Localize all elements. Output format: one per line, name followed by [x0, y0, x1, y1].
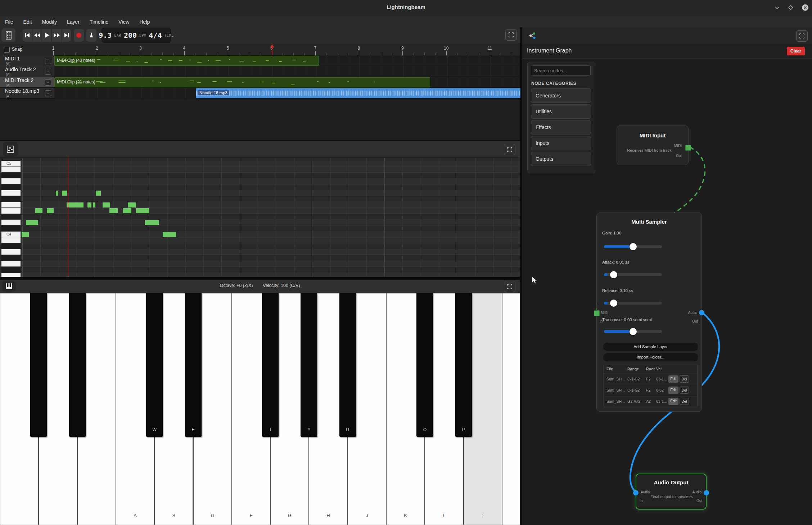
- key-cell[interactable]: [1, 243, 21, 249]
- timeline-ruler[interactable]: Snap 1234567891011: [0, 44, 520, 56]
- key-cell[interactable]: C5: [1, 161, 21, 166]
- midi-note[interactable]: [67, 202, 84, 207]
- track-lane[interactable]: MIDI Clip (21 notes): [54, 77, 520, 88]
- midi-note[interactable]: [163, 232, 176, 237]
- track-minus-button[interactable]: -: [45, 79, 51, 86]
- black-key-U[interactable]: U: [339, 293, 356, 437]
- black-key-Y[interactable]: Y: [301, 293, 317, 437]
- black-key[interactable]: [69, 293, 86, 437]
- key-cell[interactable]: [1, 178, 21, 184]
- piano-roll-expand-button[interactable]: [504, 144, 515, 155]
- track-header-audio-track-2[interactable]: Audio Track 2[A]-: [0, 66, 54, 77]
- close-icon[interactable]: [801, 4, 809, 12]
- audio-in-port[interactable]: [633, 490, 639, 496]
- track-header-midi-track-2[interactable]: MIDI Track 2[A]-: [0, 77, 54, 88]
- midi-note[interactable]: [145, 220, 159, 225]
- keyboard-expand-button[interactable]: [504, 281, 515, 292]
- track-header-noodle-18-mp3[interactable]: Noodle 18.mp3[A]-: [0, 88, 54, 99]
- midi-note[interactable]: [109, 208, 118, 213]
- menu-item-help[interactable]: Help: [139, 19, 150, 25]
- slider-thumb[interactable]: [610, 300, 617, 307]
- key-cell[interactable]: [1, 184, 21, 190]
- key-cell[interactable]: [1, 237, 21, 243]
- midi-in-port[interactable]: [594, 310, 600, 316]
- import-folder-button[interactable]: Import Folder...: [603, 353, 698, 361]
- slider-track[interactable]: [604, 330, 662, 333]
- key-cell[interactable]: [1, 208, 21, 214]
- category-outputs[interactable]: Outputs: [531, 152, 591, 166]
- edit-button[interactable]: Edit: [668, 387, 678, 394]
- category-effects[interactable]: Effects: [531, 120, 591, 134]
- menu-item-timeline[interactable]: Timeline: [90, 19, 108, 25]
- graph-canvas[interactable]: NODE CATEGORIES GeneratorsUtilitiesEffec…: [522, 59, 812, 525]
- black-key[interactable]: [30, 293, 47, 437]
- key-cell[interactable]: [1, 255, 21, 261]
- black-key-O[interactable]: O: [416, 293, 433, 437]
- piano-roll-grid[interactable]: C5C4: [0, 158, 520, 277]
- key-cell[interactable]: [1, 273, 21, 277]
- fast-forward-button[interactable]: [52, 29, 62, 42]
- audio-out-port[interactable]: [699, 310, 704, 315]
- midi-note[interactable]: [136, 208, 149, 213]
- skip-to-start-button[interactable]: [23, 29, 32, 42]
- midi-note[interactable]: [96, 191, 101, 196]
- black-key-T[interactable]: T: [262, 293, 279, 437]
- key-cell[interactable]: [1, 166, 21, 172]
- key-cell[interactable]: [1, 202, 21, 208]
- node-graph-panel-button[interactable]: [525, 28, 540, 43]
- minimize-icon[interactable]: [773, 4, 781, 12]
- delete-button[interactable]: Del: [680, 398, 689, 405]
- maximize-icon[interactable]: [787, 4, 795, 12]
- midi-note[interactable]: [103, 202, 110, 207]
- midi-note[interactable]: [128, 202, 136, 207]
- edit-button[interactable]: Edit: [668, 398, 678, 405]
- midi-note[interactable]: [22, 232, 29, 237]
- play-button[interactable]: [42, 29, 52, 42]
- key-cell[interactable]: [1, 190, 21, 196]
- black-key-W[interactable]: W: [146, 293, 163, 437]
- clip-midi[interactable]: MIDI Clip (40 notes): [54, 56, 319, 66]
- timeline-panel-button[interactable]: [1, 28, 15, 42]
- track-lane[interactable]: Noodle 18.mp3: [54, 88, 520, 99]
- delete-button[interactable]: Del: [680, 375, 689, 383]
- edit-button[interactable]: Edit: [668, 375, 678, 383]
- menu-item-file[interactable]: File: [5, 19, 13, 25]
- piano-roll-panel-button[interactable]: [3, 142, 18, 157]
- key-cell[interactable]: [1, 225, 21, 231]
- metronome-button[interactable]: [86, 29, 96, 42]
- snap-checkbox[interactable]: [4, 47, 10, 52]
- slider-thumb[interactable]: [630, 328, 637, 335]
- slider-thumb[interactable]: [610, 271, 617, 278]
- key-cell[interactable]: [1, 173, 21, 178]
- graph-expand-button[interactable]: [796, 30, 808, 42]
- node-multi-sampler[interactable]: Multi Sampler Gain: 1.00Attack: 0.01 ssR…: [596, 213, 702, 412]
- slider-track[interactable]: [604, 273, 662, 276]
- key-cell[interactable]: [1, 249, 21, 255]
- category-utilities[interactable]: Utilities: [531, 104, 591, 119]
- midi-note[interactable]: [123, 208, 131, 213]
- track-minus-button[interactable]: -: [45, 69, 51, 75]
- clip-audio[interactable]: Noodle 18.mp3: [196, 88, 520, 98]
- midi-note[interactable]: [87, 202, 91, 207]
- midi-note[interactable]: [62, 191, 67, 196]
- key-cell[interactable]: [1, 220, 21, 225]
- category-inputs[interactable]: Inputs: [531, 136, 591, 150]
- track-minus-button[interactable]: -: [45, 90, 51, 96]
- midi-note[interactable]: [93, 202, 95, 207]
- node-audio-output[interactable]: Audio Output Final output to speakers Au…: [636, 474, 707, 510]
- delete-button[interactable]: Del: [680, 387, 689, 394]
- midi-note[interactable]: [35, 208, 42, 213]
- key-cell[interactable]: [1, 214, 21, 220]
- key-cell[interactable]: [1, 196, 21, 202]
- timeline-expand-button[interactable]: [505, 29, 517, 41]
- track-lane[interactable]: MIDI Clip (40 notes): [54, 55, 520, 66]
- rewind-button[interactable]: [32, 29, 42, 42]
- slider-track[interactable]: [604, 302, 662, 305]
- clip-midi[interactable]: MIDI Clip (21 notes): [54, 77, 430, 87]
- midi-note[interactable]: [47, 208, 54, 213]
- midi-note[interactable]: [26, 220, 38, 225]
- category-generators[interactable]: Generators: [531, 88, 591, 103]
- slider-track[interactable]: [604, 245, 662, 248]
- key-cell[interactable]: C4: [1, 232, 21, 237]
- white-key[interactable]: [502, 293, 520, 525]
